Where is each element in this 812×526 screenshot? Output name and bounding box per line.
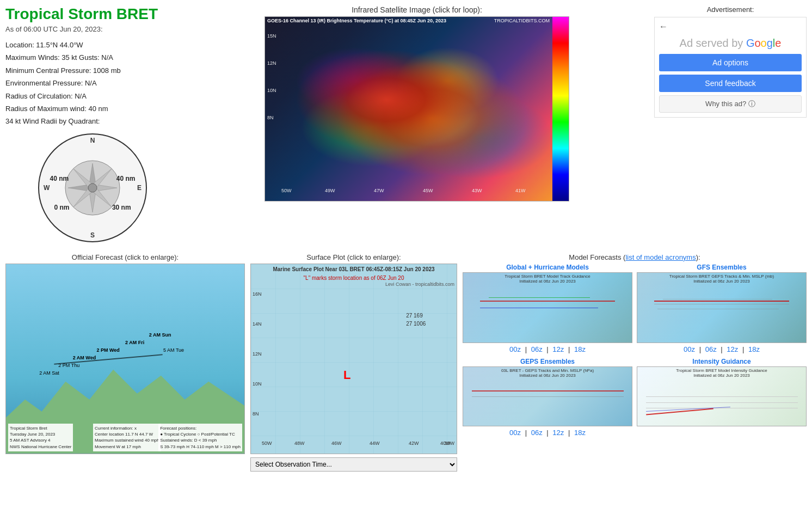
storm-radius-max-wind: Radius of Maximum wind: 40 nm: [5, 102, 180, 115]
intensity-section: Intensity Guidance Tropical Storm BRET M…: [637, 358, 807, 437]
radii-nw: 40 nm: [50, 175, 69, 182]
geps-ensembles-section: GEPS Ensembles 03L BRET - GEPS Tracks an…: [463, 358, 632, 437]
global-06z-link[interactable]: 06z: [531, 345, 543, 353]
gfs-00z-link[interactable]: 00z: [684, 345, 695, 353]
global-hurricane-section: Global + Hurricane Models Tropical Storm…: [463, 264, 632, 353]
current-info-box: Current information: x Center location 1…: [93, 424, 161, 451]
storm-min-pressure: Minimum Central Pressure: 1008 mb: [5, 64, 180, 77]
satellite-image[interactable]: GOES-16 Channel 13 (IR) Brightness Tempe…: [264, 16, 569, 201]
current-info-label: Current information: x: [95, 425, 159, 431]
storm-max-winds: Maximum Winds: 35 kt Gusts: N/A: [5, 51, 180, 64]
surface-image-title: Marine Surface Plot Near 03L BRET 06:45Z…: [253, 266, 454, 272]
gfs-image-label: Tropical Storm BRET GEFS Tracks & Min. M…: [638, 274, 805, 284]
forecast-info-line3: 5 AM AST Advisory 4: [10, 437, 71, 443]
global-00z-link[interactable]: 00z: [509, 345, 521, 353]
surface-l-marker: L: [343, 368, 350, 382]
forecast-positions-label: Forecast positions:: [160, 425, 241, 431]
forecast-title: Official Forecast (click to enlarge):: [5, 253, 245, 261]
current-center-location: Center location 11.7 N 44.7 W: [95, 431, 159, 437]
geps-time-links: 00z | 06z | 12z | 18z: [463, 429, 632, 437]
storm-radius-circulation: Radius of Circulation: N/A: [5, 90, 180, 102]
satellite-panel: Infrared Satellite Image (click for loop…: [185, 5, 649, 242]
forecast-info-line4: NWS National Hurricane Center: [10, 444, 71, 450]
surface-credit: Levi Cowan - tropicaltidbits.com: [385, 282, 454, 287]
gfs-ensembles-section: GFS Ensembles Tropical Storm BRET GEFS T…: [637, 264, 807, 353]
marker-5am-tue: 5 AM Tue: [163, 347, 184, 353]
geps-18z-link[interactable]: 18z: [574, 429, 586, 437]
forecast-positions-box: Forecast positions: ● Tropical Cyclone ○…: [158, 424, 242, 451]
global-time-links: 00z | 06z | 12z | 18z: [463, 345, 632, 353]
gfs-12z-link[interactable]: 12z: [727, 345, 738, 353]
global-hurricane-title: Global + Hurricane Models: [463, 264, 632, 271]
marker-2pm-wed: 2 PM Wed: [96, 347, 119, 353]
forecast-info-box: Tropical Storm Bret Tuesday June 20, 202…: [8, 424, 73, 451]
gfs-time-links: 00z | 06z | 12z | 18z: [637, 345, 807, 353]
storm-wind-radii-label: 34 kt Wind Radii by Quadrant:: [5, 115, 180, 127]
compass-north: N: [90, 137, 95, 144]
svg-point-9: [88, 184, 97, 192]
satellite-image-label: GOES-16 Channel 13 (IR) Brightness Tempe…: [267, 18, 446, 23]
ad-title: Advertisement:: [654, 5, 807, 14]
model-forecasts-panel: Model Forecasts (list of model acronyms)…: [463, 253, 807, 472]
storm-datetime: As of 06:00 UTC Jun 20, 2023:: [5, 25, 180, 33]
surface-time-select[interactable]: Select Observation Time...: [250, 457, 457, 472]
radii-sw: 0 nm: [54, 204, 69, 211]
geps-12z-link[interactable]: 12z: [552, 429, 564, 437]
storm-title: Tropical Storm BRET: [5, 5, 180, 23]
model-grid: Global + Hurricane Models Tropical Storm…: [463, 264, 807, 353]
model-title: Model Forecasts (list of model acronyms)…: [463, 253, 807, 261]
gfs-ensembles-image[interactable]: Tropical Storm BRET GEFS Tracks & Min. M…: [637, 272, 807, 343]
marker-2am-fri: 2 AM Fri: [125, 340, 144, 345]
storm-env-pressure: Environmental Pressure: N/A: [5, 77, 180, 89]
forecast-panel: Official Forecast (click to enlarge): No…: [5, 253, 245, 472]
storm-location: Location: 11.5°N 44.0°W: [5, 39, 180, 51]
forecast-info-line1: Tropical Storm Bret: [10, 425, 71, 431]
forecast-info-line2: Tuesday June 20, 2023: [10, 431, 71, 437]
geps-image-label: 03L BRET - GEPS Tracks and Min. MSLP (hP…: [464, 368, 631, 378]
global-18z-link[interactable]: 18z: [574, 345, 586, 353]
surface-grid: [251, 264, 457, 454]
surface-panel: Surface Plot (click to enlarge): Marine …: [250, 253, 457, 472]
marker-2am-sun: 2 AM Sun: [149, 332, 171, 338]
ad-served-text: Ad served by Google: [659, 37, 802, 50]
gfs-ensembles-title: GFS Ensembles: [637, 264, 807, 271]
advertisement-panel: Advertisement: ← Ad served by Google Ad …: [654, 5, 807, 242]
geps-image[interactable]: 03L BRET - GEPS Tracks and Min. MSLP (hP…: [463, 366, 632, 426]
surface-title: Surface Plot (click to enlarge):: [250, 253, 457, 261]
intensity-title: Intensity Guidance: [637, 358, 807, 365]
compass-west: W: [44, 184, 50, 192]
global-image-label: Tropical Storm BRET Model Track Guidance…: [464, 274, 631, 284]
current-max-sustained: Maximum sustained wind 40 mph: [95, 437, 159, 443]
storm-info-panel: Tropical Storm BRET As of 06:00 UTC Jun …: [5, 5, 180, 242]
ad-back-button[interactable]: ←: [659, 22, 668, 32]
satellite-title[interactable]: Infrared Satellite Image (click for loop…: [352, 5, 482, 14]
wind-radii-compass: N S E W: [38, 133, 147, 242]
ad-options-button[interactable]: Ad options: [659, 54, 802, 71]
current-movement: Movement W at 17 mph: [95, 444, 159, 450]
surface-l-mark-label: "L" marks storm location as of 06Z Jun 2…: [253, 275, 454, 281]
radii-ne: 40 nm: [116, 175, 136, 182]
marker-2pm-thu: 2 PM Thu: [58, 363, 79, 368]
radii-se: 30 nm: [112, 204, 131, 211]
forecast-image[interactable]: Note: The cone contains the probable pat…: [5, 264, 245, 454]
intensity-image[interactable]: Tropical Storm BRET Model Intensity Guid…: [637, 366, 807, 426]
surface-data-dots: 27 169 27 1006: [406, 311, 426, 328]
gfs-18z-link[interactable]: 18z: [748, 345, 760, 353]
global-12z-link[interactable]: 12z: [552, 345, 564, 353]
send-feedback-button[interactable]: Send feedback: [659, 75, 802, 92]
compass-east: E: [137, 184, 142, 192]
global-hurricane-image[interactable]: Tropical Storm BRET Model Track Guidance…: [463, 272, 632, 343]
marker-2am-wed: 2 AM Wed: [73, 355, 96, 360]
satellite-colorbar: [552, 17, 569, 201]
compass-south: S: [90, 231, 95, 239]
geps-06z-link[interactable]: 06z: [531, 429, 543, 437]
geps-title: GEPS Ensembles: [463, 358, 632, 365]
gfs-06z-link[interactable]: 06z: [705, 345, 717, 353]
why-this-ad-button[interactable]: Why this ad? ⓘ: [659, 95, 802, 113]
model-acronyms-link[interactable]: list of model acronyms: [625, 253, 696, 261]
ad-section: ← Ad served by Google Ad options Send fe…: [654, 17, 807, 118]
model-bottom-grid: GEPS Ensembles 03L BRET - GEPS Tracks an…: [463, 358, 807, 437]
surface-image[interactable]: Marine Surface Plot Near 03L BRET 06:45Z…: [250, 264, 457, 454]
geps-00z-link[interactable]: 00z: [509, 429, 521, 437]
marker-2am-sat: 2 AM Sat: [39, 370, 59, 376]
